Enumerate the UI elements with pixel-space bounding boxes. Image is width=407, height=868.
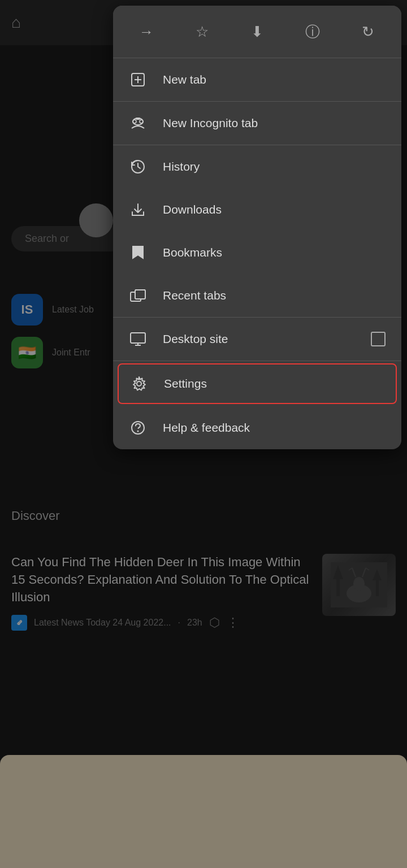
info-button[interactable]: ⓘ [297, 16, 328, 47]
menu-item-history[interactable]: History [113, 145, 401, 188]
recent-tabs-icon [129, 287, 147, 305]
incognito-icon [129, 114, 147, 132]
svg-rect-17 [136, 118, 140, 120]
incognito-label: New Incognito tab [163, 116, 386, 130]
recent-tabs-label: Recent tabs [163, 289, 386, 302]
star-icon: ☆ [196, 23, 209, 41]
bookmarks-label: Bookmarks [163, 246, 386, 259]
settings-label: Settings [164, 377, 384, 390]
refresh-button[interactable]: ↻ [352, 16, 384, 47]
menu-item-recent-tabs[interactable]: Recent tabs [113, 274, 401, 317]
info-icon: ⓘ [305, 22, 320, 42]
context-menu: → ☆ ⬇ ⓘ ↻ New tab [113, 6, 401, 449]
svg-marker-20 [133, 246, 143, 258]
history-label: History [163, 160, 386, 173]
menu-item-new-tab[interactable]: New tab [113, 58, 401, 101]
refresh-icon: ↻ [362, 23, 374, 41]
desktop-icon [129, 330, 147, 348]
download-button[interactable]: ⬇ [241, 16, 273, 47]
desktop-site-label: Desktop site [163, 332, 355, 346]
svg-point-27 [137, 381, 141, 386]
new-tab-icon [129, 71, 147, 89]
new-tab-label: New tab [163, 73, 386, 86]
download-icon: ⬇ [251, 23, 263, 41]
history-icon [129, 158, 147, 176]
menu-item-bookmarks[interactable]: Bookmarks [113, 231, 401, 274]
settings-icon [130, 375, 148, 393]
menu-toolbar: → ☆ ⬇ ⓘ ↻ [113, 6, 401, 58]
forward-icon: → [139, 23, 154, 41]
menu-item-help[interactable]: Help & feedback [113, 406, 401, 449]
menu-item-downloads[interactable]: Downloads [113, 188, 401, 231]
bookmark-button[interactable]: ☆ [186, 16, 218, 47]
forward-button[interactable]: → [131, 16, 162, 47]
menu-item-incognito[interactable]: New Incognito tab [113, 102, 401, 145]
desktop-site-checkbox[interactable] [371, 332, 386, 346]
bookmarks-icon [129, 244, 147, 262]
downloads-icon [129, 201, 147, 219]
help-icon [129, 419, 147, 437]
svg-rect-24 [131, 333, 145, 343]
help-feedback-label: Help & feedback [163, 421, 386, 435]
svg-rect-22 [135, 290, 145, 299]
divider-4 [113, 361, 401, 361]
downloads-label: Downloads [163, 203, 386, 216]
menu-item-settings[interactable]: Settings [118, 363, 397, 404]
menu-item-desktop-site[interactable]: Desktop site [113, 318, 401, 361]
svg-point-29 [137, 431, 139, 432]
